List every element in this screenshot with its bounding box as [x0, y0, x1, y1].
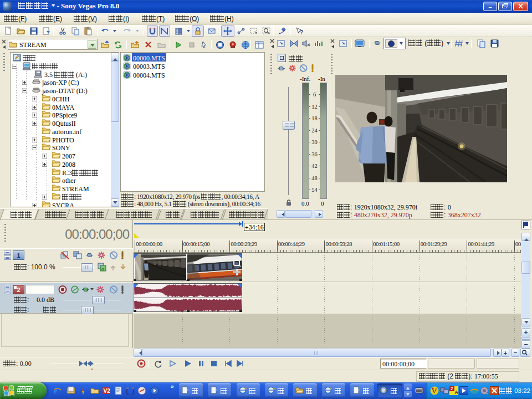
svg-text:V2: V2 — [104, 388, 111, 394]
svg-text:e: e — [54, 386, 58, 395]
svg-text:?: ? — [300, 29, 303, 35]
